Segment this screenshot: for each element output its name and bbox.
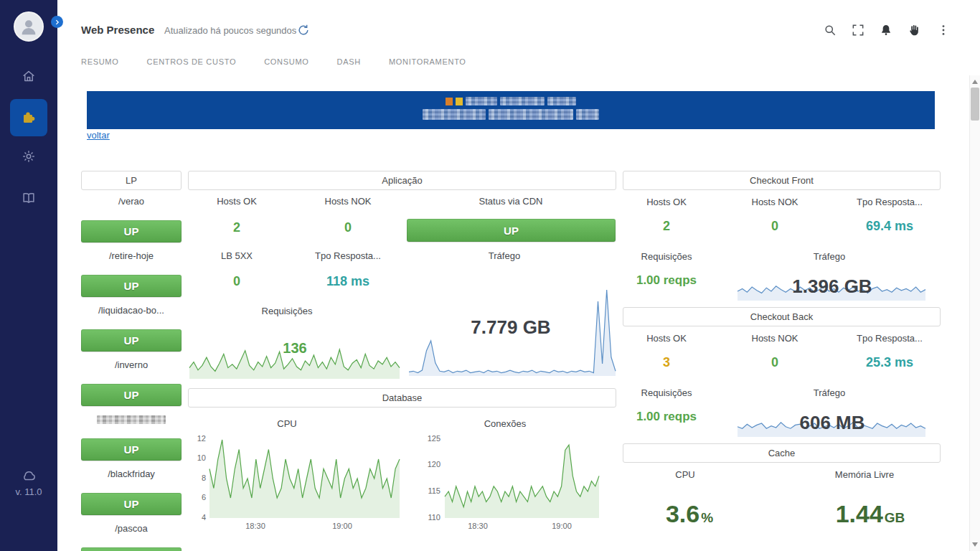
redacted-text (446, 97, 576, 105)
tab-consumo[interactable]: CONSUMO (264, 57, 308, 66)
status-up-button[interactable]: UP (81, 438, 182, 461)
stat-value-hosts-ok: 3 (663, 355, 670, 370)
stat-value-resposta: 118 ms (326, 274, 369, 289)
cloud-icon (0, 466, 57, 484)
y-tick: 8 (187, 474, 206, 482)
stat-label: Requisições (641, 387, 692, 398)
status-up-button[interactable]: UP (81, 275, 182, 297)
stat-value-cache-mem: 1.44GB (836, 500, 905, 528)
gear-icon (21, 149, 37, 167)
stat-label: Hosts OK (217, 196, 257, 207)
chart-title-cpu: CPU (277, 418, 296, 429)
y-tick: 12 (187, 434, 206, 443)
endpoint-label: /retire-hoje (109, 250, 154, 261)
hand-icon[interactable] (906, 22, 922, 38)
cpu-chart[interactable] (209, 439, 400, 518)
tab-centros-de-custo[interactable]: CENTROS DE CUSTO (146, 57, 236, 66)
scroll-up-arrow[interactable] (972, 80, 978, 84)
panel-title-lp[interactable]: LP (81, 171, 182, 190)
stat-label: Hosts OK (646, 333, 687, 344)
y-tick: 125 (422, 434, 440, 443)
endpoint-label: /pascoa (115, 523, 148, 534)
stat-label: Hosts NOK (324, 196, 371, 207)
avatar[interactable] (14, 11, 44, 42)
dashboard-content: voltar LP Aplicação Checkout Front Check… (57, 75, 969, 551)
stat-value-trafego: 7.779 GB (471, 316, 550, 339)
stat-value-requisicoes: 136 (283, 340, 306, 357)
page-title: Web Presence (81, 24, 154, 36)
status-up-button[interactable]: UP (81, 329, 182, 352)
stat-value-hosts-nok: 0 (771, 355, 778, 370)
stat-label: LB 5XX (221, 250, 253, 261)
stat-label: CPU (675, 469, 694, 480)
status-up-button[interactable]: UP (81, 547, 182, 551)
stat-value-hosts-nok: 0 (771, 219, 778, 234)
stat-value-requisicoes: 1.00 reqps (636, 273, 697, 288)
sidebar-item-plugins[interactable] (10, 99, 47, 136)
status-up-button-cdn[interactable]: UP (407, 219, 616, 242)
fullscreen-icon[interactable] (850, 22, 866, 38)
tab-resumo[interactable]: RESUMO (81, 57, 118, 66)
home-icon (21, 68, 37, 87)
endpoint-label: /liquidacao-bo... (98, 305, 164, 316)
stat-value-hosts-ok: 2 (663, 219, 670, 234)
tab-monitoramento[interactable]: MONITORAMENTO (389, 57, 466, 66)
scroll-down-arrow[interactable] (972, 542, 978, 547)
redacted-text (423, 109, 599, 120)
sidebar-item-settings[interactable] (0, 139, 57, 176)
y-tick: 4 (187, 513, 206, 522)
y-tick: 110 (422, 513, 440, 522)
stat-label: Tpo Resposta... (857, 197, 923, 207)
y-tick: 6 (187, 493, 206, 501)
chart-title-conexoes: Conexões (484, 418, 527, 429)
sidebar-item-home[interactable] (0, 59, 57, 96)
redacted-accent-square (456, 98, 463, 105)
stat-value-hosts-nok: 0 (344, 220, 352, 235)
search-icon[interactable] (822, 22, 838, 38)
stat-label: Hosts OK (646, 197, 687, 207)
redacted-endpoint-label (97, 415, 166, 424)
stat-value-resposta: 69.4 ms (866, 219, 913, 234)
book-icon (21, 190, 37, 209)
endpoint-label: /blackfriday (108, 468, 155, 479)
stat-label: Hosts NOK (751, 197, 798, 207)
sidebar-item-docs[interactable] (0, 181, 57, 218)
tab-dash[interactable]: DASH (337, 57, 361, 66)
y-tick: 120 (422, 460, 440, 468)
scrollbar[interactable] (969, 75, 980, 551)
panel-title-database[interactable]: Database (188, 388, 616, 408)
panel-title-aplicacao[interactable]: Aplicação (188, 171, 616, 190)
panel-title-checkout-front[interactable]: Checkout Front (623, 171, 941, 190)
endpoint-label: /inverno (115, 359, 148, 370)
stat-value-trafego: 606 MB (799, 412, 864, 434)
scrollbar-thumb[interactable] (971, 88, 979, 121)
stat-label: Memória Livre (835, 469, 894, 480)
updated-status-text: Atualizado há poucos segundos (164, 25, 296, 36)
refresh-icon[interactable] (296, 22, 311, 38)
stat-value-cache-cpu: 3.6% (666, 500, 713, 528)
stat-value-requisicoes: 1.00 reqps (636, 410, 697, 424)
stat-value-resposta: 25.3 ms (866, 355, 913, 370)
kebab-menu-icon[interactable] (936, 22, 951, 38)
stat-label: Tráfego (489, 250, 520, 261)
stat-label: Tráfego (814, 251, 845, 262)
status-up-button[interactable]: UP (81, 493, 182, 515)
puzzle-icon (20, 108, 37, 128)
bell-icon[interactable] (878, 22, 894, 38)
y-tick: 115 (422, 486, 440, 495)
conexoes-chart[interactable] (445, 439, 599, 518)
status-up-button[interactable]: UP (81, 384, 182, 406)
sidebar-collapse-toggle[interactable] (51, 16, 63, 28)
endpoint-label: /verao (118, 196, 144, 207)
stat-value-trafego: 1.396 GB (792, 276, 872, 298)
version-label: v. 11.0 (0, 486, 57, 497)
panel-title-cache[interactable]: Cache (623, 443, 941, 463)
sidebar: v. 11.0 (0, 0, 57, 551)
panel-title-checkout-back[interactable]: Checkout Back (623, 307, 941, 326)
redacted-accent-square (446, 98, 453, 105)
status-up-button[interactable]: UP (81, 220, 182, 242)
stat-label: Tpo Resposta... (857, 333, 923, 344)
back-link[interactable]: voltar (87, 130, 110, 141)
stat-label: Requisições (262, 306, 313, 316)
stat-value-hosts-ok: 2 (233, 220, 240, 235)
